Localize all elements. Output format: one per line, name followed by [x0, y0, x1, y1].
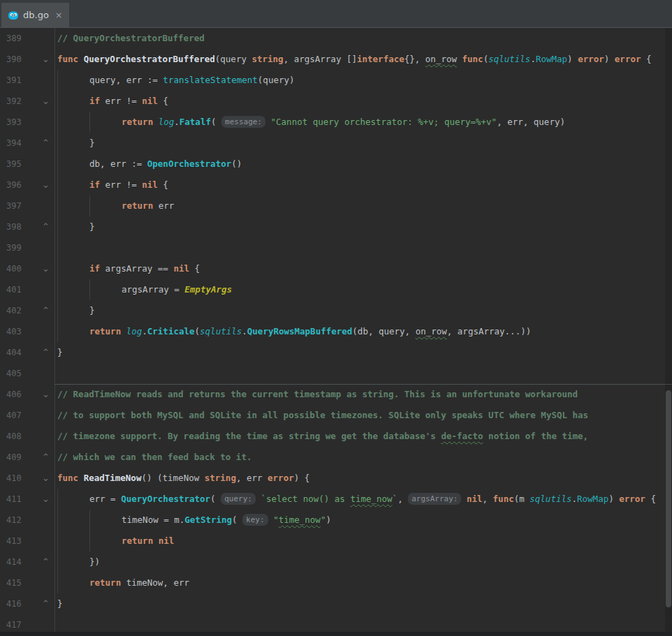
code-token: func — [493, 494, 514, 504]
code-editor[interactable]: 389// QueryOrchestratorBuffered390⌄func … — [0, 28, 672, 635]
tab-db-go[interactable]: db.go × — [1, 3, 69, 27]
indent-guide — [57, 531, 89, 552]
code-line: 404⌃} — [0, 342, 672, 363]
code-token: // timezone support. By reading the time… — [57, 431, 441, 441]
line-number[interactable]: 396 — [0, 175, 27, 195]
line-number[interactable]: 414 — [0, 552, 27, 572]
code-token: } — [57, 598, 63, 609]
line-number[interactable]: 416 — [0, 593, 27, 614]
indent-guide — [57, 300, 89, 321]
code-token: { — [158, 179, 168, 190]
code-token — [265, 117, 271, 127]
code-token: func — [57, 54, 84, 64]
code-token: string — [251, 54, 283, 64]
fold-start-icon[interactable]: ⌄ — [27, 384, 54, 405]
fold-end-icon[interactable]: ⌃ — [27, 447, 54, 468]
code-token: return — [122, 117, 159, 127]
code-token: log — [159, 117, 175, 127]
line-number[interactable]: 407 — [0, 405, 27, 426]
code-token: timeNow = m. — [122, 515, 184, 525]
fold-start-icon[interactable]: ⌄ — [27, 49, 54, 70]
line-number[interactable]: 403 — [0, 321, 27, 342]
line-number[interactable]: 409 — [0, 447, 27, 468]
line-number[interactable]: 413 — [0, 531, 27, 552]
code-token: , — [397, 494, 408, 504]
code-token: QueryOrchestratorBuffered — [84, 54, 215, 64]
fold-start-icon[interactable]: ⌄ — [27, 258, 54, 279]
tab-label: db.go — [23, 10, 49, 20]
code-line: 399 — [0, 237, 672, 258]
indent-guide — [57, 70, 89, 91]
line-number[interactable]: 401 — [0, 279, 27, 300]
line-number[interactable]: 395 — [0, 154, 27, 175]
code-line: 392⌄if err != nil { — [0, 91, 672, 112]
fold-end-icon[interactable]: ⌃ — [27, 216, 54, 237]
line-number[interactable]: 408 — [0, 426, 27, 447]
code-token: { — [641, 54, 651, 64]
code-line: 401argsArray = EmptyArgs — [0, 279, 672, 300]
line-number[interactable]: 402 — [0, 300, 27, 321]
code-token: db, err := — [89, 158, 147, 169]
line-number[interactable]: 406 — [0, 384, 27, 405]
code-token: } — [57, 347, 63, 357]
indent-guide — [57, 552, 89, 572]
code-token: argsArray == — [105, 263, 174, 274]
code-content: // ReadTimeNow reads and returns the cur… — [54, 384, 672, 405]
line-number[interactable]: 410 — [0, 468, 27, 489]
code-content: } — [54, 133, 672, 154]
code-token: error — [615, 54, 641, 64]
code-token: . — [142, 326, 147, 337]
code-line: 394⌃} — [0, 133, 672, 154]
line-number[interactable]: 415 — [0, 572, 27, 593]
indent-guide — [57, 133, 89, 154]
line-number[interactable]: 390 — [0, 49, 27, 70]
code-token: ) — [567, 54, 578, 64]
code-token: on_row — [416, 326, 447, 337]
line-number[interactable]: 411 — [0, 489, 27, 510]
fold-end-icon[interactable]: ⌃ — [27, 552, 54, 572]
code-token: // to support both MySQL and SQLite in a… — [57, 410, 588, 420]
code-content: } — [54, 342, 672, 363]
line-number[interactable]: 393 — [0, 112, 27, 133]
line-number[interactable]: 405 — [0, 363, 27, 384]
code-token: Criticale — [147, 326, 195, 337]
vertical-scrollbar-thumb[interactable] — [666, 390, 671, 607]
code-token: error — [268, 473, 294, 483]
code-line: 407// to support both MySQL and SQLite i… — [0, 405, 672, 426]
fold-start-icon[interactable]: ⌄ — [27, 175, 54, 195]
line-number[interactable]: 399 — [0, 237, 27, 258]
line-number[interactable]: 392 — [0, 91, 27, 112]
code-token: ReadTimeNow — [84, 473, 142, 483]
code-token: { — [158, 96, 168, 106]
fold-gutter — [27, 531, 54, 552]
line-number[interactable]: 391 — [0, 70, 27, 91]
fold-start-icon[interactable]: ⌄ — [27, 489, 54, 510]
line-number[interactable]: 397 — [0, 195, 27, 216]
line-number[interactable]: 404 — [0, 342, 27, 363]
fold-end-icon[interactable]: ⌃ — [27, 300, 54, 321]
horizontal-scrollbar[interactable] — [0, 632, 672, 636]
line-number[interactable]: 398 — [0, 216, 27, 237]
fold-end-icon[interactable]: ⌃ — [27, 133, 54, 154]
code-content: // QueryOrchestratorBuffered — [54, 28, 672, 49]
fold-start-icon[interactable]: ⌄ — [27, 468, 54, 489]
code-token: ) { — [294, 473, 310, 483]
line-number[interactable]: 412 — [0, 510, 27, 531]
fold-end-icon[interactable]: ⌃ — [27, 342, 54, 363]
indent-guide — [57, 91, 89, 112]
code-token: error — [619, 494, 645, 504]
code-token: (m — [514, 494, 530, 504]
line-number[interactable]: 394 — [0, 133, 27, 154]
code-token: sqlutils — [488, 54, 530, 64]
indent-guide — [57, 258, 89, 279]
code-token: ) — [604, 54, 615, 64]
fold-end-icon[interactable]: ⌃ — [27, 593, 54, 614]
fold-gutter — [27, 112, 54, 133]
vertical-scrollbar[interactable] — [665, 28, 672, 632]
tab-close-icon[interactable]: × — [55, 10, 63, 20]
code-token: timeNow, err — [126, 577, 189, 588]
line-number[interactable]: 389 — [0, 28, 27, 49]
indent-guide — [57, 154, 89, 175]
line-number[interactable]: 400 — [0, 258, 27, 279]
fold-start-icon[interactable]: ⌄ — [27, 91, 54, 112]
